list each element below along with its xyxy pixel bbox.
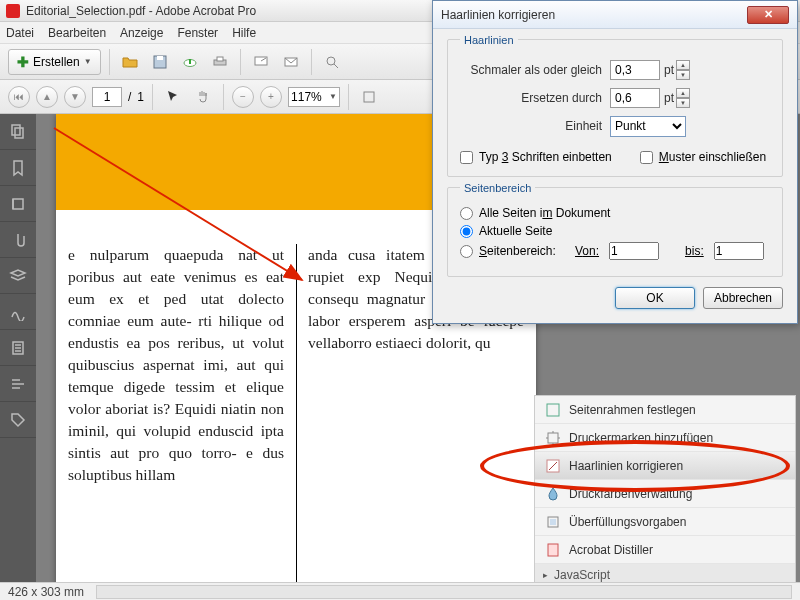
panel-label: Seitenrahmen festlegen [569,403,696,417]
ok-button[interactable]: OK [615,287,695,309]
thinner-label: Schmaler als oder gleich [460,63,610,77]
panel-item-druckermarken[interactable]: Druckermarken hinzufügen [535,424,795,452]
open-button[interactable] [118,50,142,74]
page-number-input[interactable] [92,87,122,107]
close-button[interactable]: ✕ [747,6,789,24]
dialog-title: Haarlinien korrigieren [441,8,555,22]
embed-type3-checkbox[interactable] [460,151,473,164]
current-page-label: Aktuelle Seite [479,224,552,238]
search-button[interactable] [320,50,344,74]
svg-rect-8 [364,92,374,102]
tags-icon[interactable] [0,402,36,438]
hairlines-group: Haarlinien Schmaler als oder gleich pt ▲… [447,39,783,177]
replace-label: Ersetzen durch [460,91,610,105]
group-label: Seitenbereich [460,182,535,194]
dialog-titlebar[interactable]: Haarlinien korrigieren ✕ [433,1,797,29]
read-mode-button[interactable] [357,85,381,109]
attachments-icon[interactable] [0,222,36,258]
from-label: Von: [571,244,603,258]
unit-label: Einheit [460,119,610,133]
fix-hairlines-dialog: Haarlinien korrigieren ✕ Haarlinien Schm… [432,0,798,324]
create-label: Erstellen [33,55,80,69]
page-range-group: Seitenbereich Alle Seiten im Dokument Ak… [447,187,783,277]
next-page-button[interactable]: ▼ [64,86,86,108]
panel-label: Überfüllungsvorgaben [569,515,686,529]
page-total: 1 [137,90,144,104]
svg-rect-4 [217,57,223,61]
panel-item-druckfarben[interactable]: Druckfarbenverwaltung [535,480,795,508]
from-input[interactable] [609,242,659,260]
panel-item-ueberfuellung[interactable]: Überfüllungsvorgaben [535,508,795,536]
thumbnails-icon[interactable] [0,114,36,150]
window-title: Editorial_Selection.pdf - Adobe Acrobat … [26,4,256,18]
zoom-level-select[interactable]: 117% ▼ [288,87,340,107]
embed-type3-label: Typ 3 Schriften einbetten [479,150,612,164]
first-page-button[interactable]: ⏮ [8,86,30,108]
thinner-spinner[interactable]: ▲▼ [676,60,690,80]
signatures-icon[interactable] [0,186,36,222]
panel-item-haarlinien[interactable]: Haarlinien korrigieren [535,452,795,480]
share-button[interactable] [249,50,273,74]
mail-button[interactable] [279,50,303,74]
page-range-radio[interactable] [460,245,473,258]
menu-edit[interactable]: Bearbeiten [48,26,106,40]
panel-label: Druckfarbenverwaltung [569,487,692,501]
all-pages-radio[interactable] [460,207,473,220]
menu-view[interactable]: Anzeige [120,26,163,40]
bookmarks-icon[interactable] [0,150,36,186]
all-pages-label: Alle Seiten im Dokument [479,206,610,220]
svg-rect-12 [547,404,559,416]
page-range-label: Seitenbereich: [479,244,565,258]
plus-icon: ✚ [17,54,29,70]
panel-item-seitenrahmen[interactable]: Seitenrahmen festlegen [535,396,795,424]
panel-item-distiller[interactable]: Acrobat Distiller [535,536,795,564]
create-button[interactable]: ✚ Erstellen ▼ [8,49,101,75]
standards-icon[interactable] [0,294,36,330]
panel-group-label: JavaScript [554,568,610,582]
print-button[interactable] [208,50,232,74]
include-patterns-checkbox[interactable] [640,151,653,164]
prev-page-button[interactable]: ▲ [36,86,58,108]
group-label: Haarlinien [460,34,518,46]
select-tool[interactable] [161,85,185,109]
replace-input[interactable] [610,88,660,108]
menu-help[interactable]: Hilfe [232,26,256,40]
chevron-down-icon: ▼ [84,57,92,66]
unit-pt: pt [664,91,674,105]
svg-rect-10 [15,128,23,138]
svg-rect-1 [157,56,163,60]
replace-spinner[interactable]: ▲▼ [676,88,690,108]
zoom-in-button[interactable]: + [260,86,282,108]
status-bar: 426 x 303 mm [0,582,800,600]
zoom-value: 117% [291,90,322,104]
unit-select[interactable]: Punkt [610,116,686,137]
cloud-button[interactable] [178,50,202,74]
cancel-button[interactable]: Abbrechen [703,287,783,309]
horizontal-scrollbar[interactable] [96,585,792,599]
articles-icon[interactable] [0,330,36,366]
destinations-icon[interactable] [0,366,36,402]
include-patterns-label: Muster einschließen [659,150,766,164]
navigation-pane [0,114,36,582]
layers-icon[interactable] [0,258,36,294]
menu-file[interactable]: Datei [6,26,34,40]
print-production-panel: Seitenrahmen festlegen Druckermarken hin… [534,395,796,587]
svg-rect-17 [548,544,558,556]
app-icon [6,4,20,18]
thinner-input[interactable] [610,60,660,80]
svg-rect-16 [550,519,556,525]
page-dimensions: 426 x 303 mm [8,585,84,599]
panel-label: Druckermarken hinzufügen [569,431,713,445]
panel-label: Haarlinien korrigieren [569,459,683,473]
menu-window[interactable]: Fenster [177,26,218,40]
current-page-radio[interactable] [460,225,473,238]
zoom-out-button[interactable]: − [232,86,254,108]
panel-label: Acrobat Distiller [569,543,653,557]
save-button[interactable] [148,50,172,74]
text-column-1: e nulparum quaepuda nat ut poribus aut e… [56,244,296,486]
to-label: bis: [681,244,708,258]
hand-tool[interactable] [191,85,215,109]
svg-rect-9 [12,125,20,135]
page-sep: / [128,90,131,104]
to-input[interactable] [714,242,764,260]
